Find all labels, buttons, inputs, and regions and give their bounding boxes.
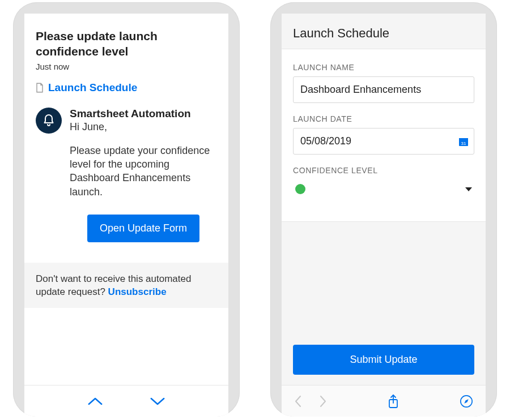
confidence-level-select[interactable]	[293, 179, 474, 199]
notification-title: Please update launch confidence level	[36, 28, 217, 59]
confidence-level-label: CONFIDENCE LEVEL	[293, 166, 474, 175]
notification-timestamp: Just now	[36, 62, 217, 71]
unsubscribe-strip: Don't want to receive this automated upd…	[24, 263, 228, 308]
phone-left: Please update launch confidence level Ju…	[13, 2, 240, 417]
calendar-icon[interactable]: 31	[458, 136, 469, 147]
svg-text:31: 31	[461, 140, 466, 145]
form-screen: Launch Schedule LAUNCH NAME LAUNCH DATE …	[282, 14, 486, 417]
svg-marker-6	[464, 399, 468, 403]
share-icon[interactable]	[388, 394, 399, 409]
message-greeting: Hi June,	[70, 120, 217, 134]
launch-date-label: LAUNCH DATE	[293, 114, 474, 123]
next-message-button[interactable]	[149, 396, 166, 406]
bell-icon	[36, 108, 62, 134]
launch-schedule-link[interactable]: Launch Schedule	[24, 76, 228, 101]
phone-right: Launch Schedule LAUNCH NAME LAUNCH DATE …	[270, 2, 497, 417]
svg-rect-1	[459, 138, 468, 140]
document-icon	[36, 83, 44, 93]
launch-date-input[interactable]	[293, 128, 474, 155]
submit-bar: Submit Update	[282, 335, 486, 385]
mail-nav-bar	[24, 385, 228, 417]
form-body: LAUNCH NAME LAUNCH DATE 31 CONFIDENCE LE…	[282, 49, 486, 222]
previous-message-button[interactable]	[87, 396, 104, 406]
launch-name-input[interactable]	[293, 76, 474, 103]
browser-forward-button[interactable]	[319, 395, 327, 408]
compass-icon[interactable]	[460, 395, 473, 408]
browser-back-button[interactable]	[294, 395, 302, 408]
open-update-form-button[interactable]: Open Update Form	[87, 215, 199, 242]
message-text: Smartsheet Automation Hi June, Please up…	[70, 108, 217, 242]
submit-update-button[interactable]: Submit Update	[293, 345, 474, 375]
browser-toolbar	[282, 385, 486, 417]
unsubscribe-link[interactable]: Unsubscribe	[108, 286, 167, 297]
notification-header: Please update launch confidence level Ju…	[24, 14, 228, 76]
status-dot-icon	[295, 184, 305, 194]
message-sender: Smartsheet Automation	[70, 108, 217, 120]
notification-screen: Please update launch confidence level Ju…	[24, 14, 228, 417]
chevron-down-icon	[465, 187, 472, 191]
message-block: Smartsheet Automation Hi June, Please up…	[24, 101, 228, 242]
form-title: Launch Schedule	[282, 14, 486, 49]
launch-name-label: LAUNCH NAME	[293, 63, 474, 72]
message-body: Please update your confidence level for …	[70, 144, 217, 199]
launch-schedule-link-label: Launch Schedule	[48, 82, 137, 94]
